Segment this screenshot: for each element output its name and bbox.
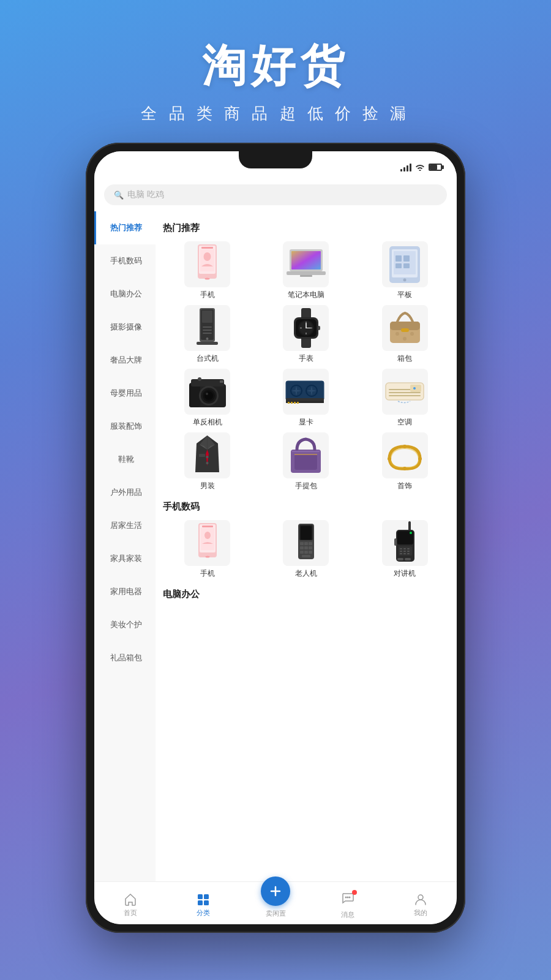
hot-products-grid: 手机 xyxy=(160,241,452,491)
svg-point-26 xyxy=(206,337,209,340)
product-label-phone: 手机 xyxy=(200,290,215,300)
svg-point-92 xyxy=(205,556,209,557)
svg-rect-112 xyxy=(400,548,402,549)
nav-item-message[interactable]: 消息 xyxy=(312,888,384,919)
product-label-tablet: 平板 xyxy=(397,290,412,300)
svg-point-43 xyxy=(395,332,399,336)
nav-item-profile[interactable]: 我的 xyxy=(384,889,457,918)
svg-rect-121 xyxy=(397,558,403,560)
svg-rect-21 xyxy=(202,311,212,323)
product-img-phone xyxy=(184,241,230,287)
svg-rect-77 xyxy=(199,454,205,457)
product-label-menswear: 男装 xyxy=(200,481,215,491)
svg-rect-72 xyxy=(389,395,421,396)
nav-label-message: 消息 xyxy=(341,910,354,919)
product-img-walkie xyxy=(382,520,428,566)
svg-rect-97 xyxy=(301,526,312,540)
svg-rect-91 xyxy=(202,526,213,527)
product-label-camera: 单反相机 xyxy=(193,417,222,428)
svg-point-5 xyxy=(204,252,211,261)
phone-inner: 🔍 电脑 吃鸡 热门推荐 手机数码 电脑办公 摄影摄像 奢品大牌 母婴用品 服装… xyxy=(94,151,457,924)
sidebar-item-9[interactable]: 居家生活 xyxy=(94,509,156,542)
product-item-handbag[interactable]: 手提包 xyxy=(259,432,353,491)
product-item-laptop[interactable]: 笔记本电脑 xyxy=(259,241,353,300)
sidebar-item-10[interactable]: 家具家装 xyxy=(94,542,156,575)
svg-rect-2 xyxy=(201,247,213,249)
phone-frame: 🔍 电脑 吃鸡 热门推荐 手机数码 电脑办公 摄影摄像 奢品大牌 母婴用品 服装… xyxy=(86,143,465,933)
home-icon xyxy=(124,893,137,907)
grid-icon xyxy=(197,893,210,907)
svg-rect-48 xyxy=(191,379,224,386)
message-badge-dot xyxy=(352,890,357,895)
svg-point-88 xyxy=(418,457,422,461)
svg-rect-67 xyxy=(291,402,293,404)
search-placeholder: 电脑 吃鸡 xyxy=(127,189,164,200)
svg-rect-22 xyxy=(197,342,218,345)
nav-label-profile: 我的 xyxy=(414,908,427,918)
product-item-oldphone[interactable]: 老人机 xyxy=(259,520,353,579)
section-title-hot: 热门推荐 xyxy=(163,222,452,234)
svg-rect-118 xyxy=(400,553,402,554)
nav-item-sell[interactable]: 卖闲置 xyxy=(239,889,312,918)
sidebar-item-2[interactable]: 电脑办公 xyxy=(94,277,156,311)
sidebar-item-7[interactable]: 鞋靴 xyxy=(94,443,156,476)
phone-notch xyxy=(239,151,312,168)
sidebar-item-0[interactable]: 热门推荐 xyxy=(94,211,156,244)
svg-rect-73 xyxy=(389,392,421,393)
sidebar-item-5[interactable]: 母婴用品 xyxy=(94,377,156,410)
svg-rect-8 xyxy=(291,251,321,270)
product-item-menswear[interactable]: 男装 xyxy=(160,432,254,491)
sidebar-item-11[interactable]: 家用电器 xyxy=(94,575,156,608)
sidebar-item-3[interactable]: 摄影摄像 xyxy=(94,311,156,344)
product-item-desktop[interactable]: 台式机 xyxy=(160,305,254,364)
nav-item-category[interactable]: 分类 xyxy=(167,889,239,918)
svg-point-79 xyxy=(206,462,209,464)
sidebar-item-13[interactable]: 礼品箱包 xyxy=(94,641,156,674)
product-item-tablet[interactable]: 平板 xyxy=(358,241,452,300)
sidebar-item-6[interactable]: 服装配饰 xyxy=(94,410,156,443)
svg-point-3 xyxy=(205,277,210,279)
product-label-bag: 箱包 xyxy=(397,353,412,364)
product-label-handbag: 手提包 xyxy=(295,481,317,491)
svg-rect-69 xyxy=(297,402,299,404)
product-item-watch[interactable]: 手表 xyxy=(259,305,353,364)
search-icon: 🔍 xyxy=(114,190,124,200)
svg-rect-105 xyxy=(304,551,308,554)
message-badge xyxy=(341,891,354,905)
svg-rect-103 xyxy=(309,546,312,549)
product-item-phone[interactable]: 手机 xyxy=(160,241,254,300)
product-item-ac[interactable]: 空调 xyxy=(358,369,452,428)
svg-point-44 xyxy=(403,337,407,341)
add-button[interactable] xyxy=(261,876,290,906)
svg-rect-102 xyxy=(304,546,308,549)
sidebar-item-1[interactable]: 手机数码 xyxy=(94,244,156,277)
search-input-wrap[interactable]: 🔍 电脑 吃鸡 xyxy=(104,184,447,205)
svg-rect-98 xyxy=(300,542,304,545)
svg-rect-54 xyxy=(220,380,223,383)
app-content: 🔍 电脑 吃鸡 热门推荐 手机数码 电脑办公 摄影摄像 奢品大牌 母婴用品 服装… xyxy=(94,178,457,881)
svg-point-52 xyxy=(204,391,213,400)
product-item-camera[interactable]: 单反相机 xyxy=(160,369,254,428)
svg-rect-127 xyxy=(198,900,203,905)
product-img-oldphone xyxy=(283,520,329,566)
product-item-gpu[interactable]: 显卡 xyxy=(259,369,353,428)
svg-point-86 xyxy=(403,467,407,470)
sidebar-item-4[interactable]: 奢品大牌 xyxy=(94,344,156,377)
svg-point-134 xyxy=(418,895,423,900)
sidebar-item-8[interactable]: 户外用品 xyxy=(94,476,156,509)
status-icons xyxy=(400,163,442,172)
svg-rect-99 xyxy=(304,542,308,545)
product-item-phone2[interactable]: 手机 xyxy=(160,520,254,579)
product-item-walkie[interactable]: 对讲机 xyxy=(358,520,452,579)
sidebar-item-12[interactable]: 美妆个护 xyxy=(94,608,156,641)
bottom-nav: 首页 分类 xyxy=(94,881,457,924)
svg-rect-15 xyxy=(395,255,402,262)
nav-item-home[interactable]: 首页 xyxy=(94,889,167,918)
product-item-bag[interactable]: 箱包 xyxy=(358,305,452,364)
svg-rect-66 xyxy=(288,402,290,404)
product-item-jewelry[interactable]: 首饰 xyxy=(358,432,452,491)
svg-point-53 xyxy=(206,393,208,395)
message-icon xyxy=(341,891,354,908)
svg-point-45 xyxy=(410,332,414,336)
svg-rect-119 xyxy=(403,553,406,554)
